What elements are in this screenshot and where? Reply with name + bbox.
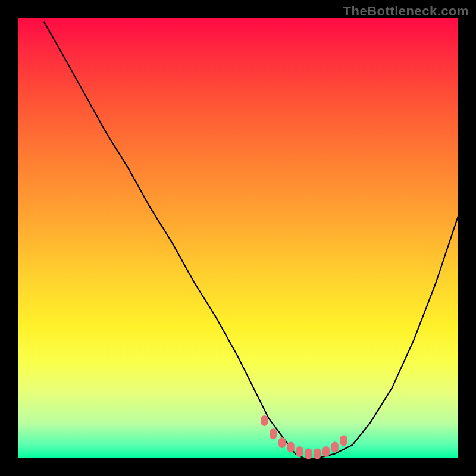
bottleneck-curve: [44, 22, 458, 458]
optimal-marker: [314, 449, 321, 459]
optimal-marker: [296, 446, 303, 457]
watermark-text: TheBottleneck.com: [343, 4, 469, 19]
optimal-marker: [305, 449, 312, 459]
optimal-zone-markers: [261, 415, 347, 459]
optimal-marker: [278, 437, 286, 448]
optimal-marker: [270, 428, 277, 439]
chart-svg: [18, 18, 458, 458]
optimal-marker: [331, 442, 339, 453]
optimal-marker: [287, 442, 295, 453]
plot-area: [18, 18, 458, 458]
chart-container: TheBottleneck.com: [0, 0, 476, 476]
optimal-marker: [322, 446, 330, 457]
optimal-marker: [261, 415, 268, 426]
optimal-marker: [340, 435, 347, 446]
